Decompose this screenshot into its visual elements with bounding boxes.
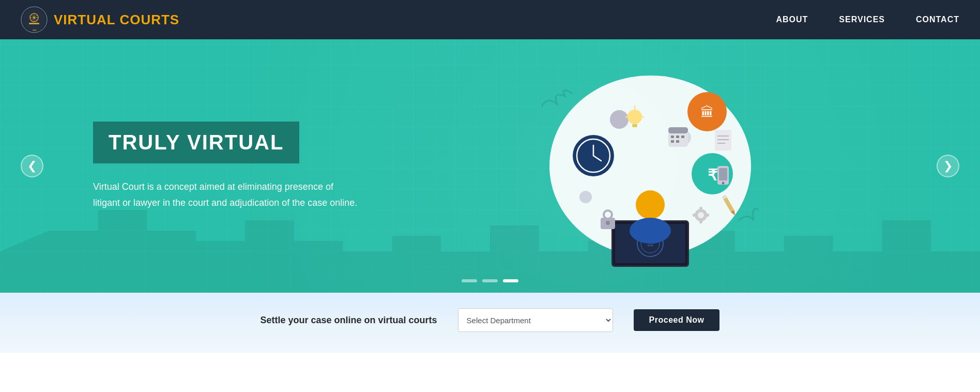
hero-section: ❮ TRULY VIRTUAL Virtual Court is a conce… (0, 39, 980, 293)
chevron-right-icon: ❯ (943, 159, 953, 173)
svg-rect-36 (671, 140, 674, 143)
brand-text: VIRTUAL COURTS (54, 12, 179, 28)
hero-illustration-area: ⚖ 🏛 ₹ (362, 65, 980, 267)
svg-rect-50 (705, 214, 709, 217)
nav-menu: ABOUT SERVICES CONTACT (776, 15, 959, 24)
hero-description: Virtual Court is a concept aimed at elim… (93, 179, 362, 210)
hero-title-box: TRULY VIRTUAL (93, 122, 299, 163)
svg-point-28 (610, 110, 629, 129)
slider-dot-2[interactable] (482, 279, 498, 282)
svg-rect-32 (668, 127, 688, 133)
chevron-left-icon: ❮ (27, 159, 37, 173)
svg-rect-38 (715, 130, 731, 150)
navbar: भारत VIRTUAL COURTS ABOUT SERVICES CONTA… (0, 0, 980, 39)
slider-dots (462, 279, 518, 282)
hero-illustration: ⚖ 🏛 ₹ (537, 65, 764, 267)
nav-item-about[interactable]: ABOUT (776, 15, 808, 24)
slider-next-button[interactable]: ❯ (937, 155, 959, 177)
slider-dot-1[interactable] (462, 279, 477, 282)
nav-item-contact[interactable]: CONTACT (916, 15, 959, 24)
slider-dot-3[interactable] (503, 279, 518, 282)
svg-point-19 (630, 218, 671, 244)
brand[interactable]: भारत VIRTUAL COURTS (21, 6, 179, 33)
svg-rect-34 (676, 135, 679, 138)
nav-item-services[interactable]: SERVICES (839, 15, 885, 24)
svg-rect-58 (632, 124, 637, 127)
svg-point-44 (722, 182, 725, 185)
svg-rect-13 (630, 266, 671, 267)
svg-rect-33 (671, 135, 674, 138)
svg-point-30 (579, 191, 592, 203)
svg-point-18 (636, 190, 665, 219)
svg-rect-47 (699, 207, 702, 211)
proceed-now-button[interactable]: Proceed Now (634, 309, 720, 331)
svg-point-46 (698, 212, 704, 218)
svg-rect-37 (676, 140, 679, 143)
svg-text:🏛: 🏛 (700, 104, 714, 120)
svg-rect-49 (693, 214, 697, 217)
svg-rect-43 (719, 168, 727, 180)
department-select[interactable]: Select Department Traffic Police Revenue… (458, 308, 613, 332)
slider-prev-button[interactable]: ❮ (21, 155, 43, 177)
svg-rect-8 (29, 23, 39, 24)
svg-rect-35 (681, 135, 684, 138)
svg-point-53 (606, 221, 610, 225)
svg-text:₹: ₹ (708, 167, 718, 184)
hero-title: TRULY VIRTUAL (109, 131, 284, 154)
svg-rect-48 (699, 219, 702, 223)
hero-content: TRULY VIRTUAL Virtual Court is a concept… (0, 91, 362, 242)
bottom-bar-text: Settle your case online on virtual court… (261, 315, 437, 326)
bottom-bar: Settle your case online on virtual court… (0, 293, 980, 353)
svg-text:भारत: भारत (33, 29, 37, 32)
emblem-logo: भारत (21, 6, 48, 33)
